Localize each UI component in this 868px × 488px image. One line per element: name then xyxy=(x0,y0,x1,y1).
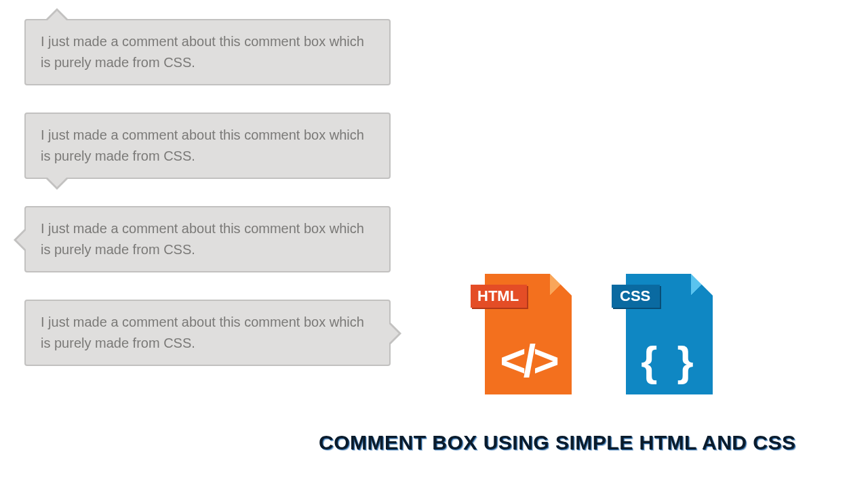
html-badge: HTML xyxy=(471,285,527,308)
comment-box: I just made a comment about this comment… xyxy=(24,206,391,272)
comment-box: I just made a comment about this comment… xyxy=(24,19,391,85)
file-icons-row: </> HTML { } CSS xyxy=(475,270,717,405)
file-fold-icon xyxy=(691,274,713,296)
comment-text: I just made a comment about this comment… xyxy=(41,312,374,354)
file-fold-icon xyxy=(550,274,572,296)
speech-pointer-icon xyxy=(388,323,399,344)
speech-pointer-icon xyxy=(46,11,68,22)
comment-text: I just made a comment about this comment… xyxy=(41,125,374,167)
page-title: COMMENT BOX USING SIMPLE HTML AND CSS xyxy=(319,431,861,454)
css-glyph: { } xyxy=(626,340,713,382)
speech-pointer-icon xyxy=(46,176,68,187)
html-glyph: </> xyxy=(485,338,572,383)
comment-text: I just made a comment about this comment… xyxy=(41,31,374,73)
css-file-icon: { } CSS xyxy=(616,270,717,405)
html-file-icon: </> HTML xyxy=(475,270,576,405)
comment-text: I just made a comment about this comment… xyxy=(41,218,374,260)
speech-pointer-icon xyxy=(16,229,27,251)
css-badge: CSS xyxy=(612,285,660,308)
comment-box: I just made a comment about this comment… xyxy=(24,113,391,179)
comments-column: I just made a comment about this comment… xyxy=(24,19,391,393)
comment-box: I just made a comment about this comment… xyxy=(24,300,391,366)
